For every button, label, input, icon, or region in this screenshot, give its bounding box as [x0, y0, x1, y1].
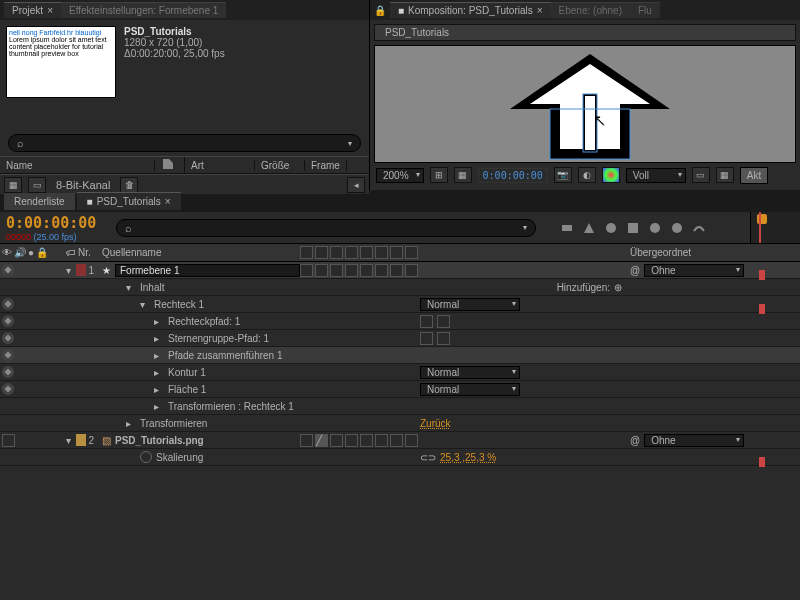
- delete-icon[interactable]: 🗑: [120, 177, 138, 193]
- constrain-icon[interactable]: ⊂⊃: [420, 452, 436, 463]
- scale-value[interactable]: 25,3 ,25,3 %: [440, 452, 496, 463]
- project-panel: Projekt× Effekteinstellungen: Formebene …: [0, 0, 370, 190]
- color-mgmt-icon[interactable]: [602, 167, 620, 183]
- visibility-toggle[interactable]: [2, 349, 14, 361]
- property-row[interactable]: ▸Transformieren Zurück: [0, 415, 800, 432]
- svg-point-10: [672, 223, 682, 233]
- region-icon[interactable]: ▭: [692, 167, 710, 183]
- timeline-search[interactable]: ⌕ ▾: [116, 219, 536, 237]
- visibility-toggle[interactable]: [2, 264, 14, 276]
- project-panel-header: Projekt× Effekteinstellungen: Formebene …: [0, 0, 369, 20]
- graph-editor-icon[interactable]: [692, 221, 706, 235]
- timeline-panel: Renderliste ■PSD_Tutorials× 0:00:00:00 0…: [0, 190, 800, 600]
- comp-sub-tab[interactable]: PSD_Tutorials: [374, 24, 796, 41]
- search-icon: ⌕: [17, 137, 24, 149]
- resolution-dropdown[interactable]: Voll: [626, 168, 686, 183]
- bit-depth-button[interactable]: 8-Bit-Kanal: [52, 179, 114, 191]
- visibility-toggle[interactable]: [2, 298, 14, 310]
- tab-composition[interactable]: ■Komposition: PSD_Tutorials×: [390, 2, 551, 18]
- close-icon[interactable]: ×: [537, 5, 543, 16]
- pickwhip-icon[interactable]: @: [630, 265, 640, 276]
- blend-mode-dropdown[interactable]: Normal: [420, 383, 520, 396]
- project-item-name: PSD_Tutorials: [124, 26, 225, 37]
- parent-dropdown[interactable]: Ohne: [644, 264, 744, 277]
- frame-blend-icon[interactable]: [626, 221, 640, 235]
- tab-timeline-comp[interactable]: ■PSD_Tutorials×: [77, 192, 181, 210]
- property-row[interactable]: ▸Fläche 1 Normal: [0, 381, 800, 398]
- composition-viewport[interactable]: ↖: [374, 45, 796, 163]
- prev-frame-icon[interactable]: ◂: [347, 177, 365, 193]
- twirl-icon[interactable]: ▸: [154, 350, 164, 361]
- new-folder-icon[interactable]: ▭: [28, 177, 46, 193]
- visibility-toggle[interactable]: [2, 315, 14, 327]
- motion-blur-icon[interactable]: [648, 221, 662, 235]
- twirl-icon[interactable]: ▸: [154, 316, 164, 327]
- interpret-footage-icon[interactable]: ▦: [4, 177, 22, 193]
- lock-icon[interactable]: 🔒: [374, 5, 386, 16]
- viewport-controls: 200% ⊞ ▦ 0:00:00:00 📷 ◐ Voll ▭ ▦ Akt: [370, 163, 800, 187]
- visibility-toggle[interactable]: [2, 383, 14, 395]
- zoom-dropdown[interactable]: 200%: [376, 168, 424, 183]
- close-icon[interactable]: ×: [165, 196, 171, 207]
- property-row[interactable]: Skalierung ⊂⊃ 25,3 ,25,3 %: [0, 449, 800, 466]
- snapshot-icon[interactable]: 📷: [554, 167, 572, 183]
- project-resolution: 1280 x 720 (1,00): [124, 37, 225, 48]
- grid-icon[interactable]: ⊞: [430, 167, 448, 183]
- shy-icon[interactable]: [604, 221, 618, 235]
- close-icon[interactable]: ×: [47, 5, 53, 16]
- tab-effect-controls[interactable]: Effekteinstellungen: Formebene 1: [61, 2, 226, 18]
- property-row[interactable]: ▾Rechteck 1 Normal: [0, 296, 800, 313]
- layer-row[interactable]: ▾2 ▧PSD_Tutorials.png ╱ @Ohne: [0, 432, 800, 449]
- draft3d-icon[interactable]: [582, 221, 596, 235]
- visibility-toggle[interactable]: [2, 366, 14, 378]
- tab-project[interactable]: Projekt×: [4, 2, 61, 18]
- channels-icon[interactable]: ◐: [578, 167, 596, 183]
- parent-dropdown[interactable]: Ohne: [644, 434, 744, 447]
- twirl-icon[interactable]: ▾: [66, 435, 74, 446]
- layer-name-input[interactable]: [115, 264, 300, 277]
- blend-mode-dropdown[interactable]: Normal: [420, 366, 520, 379]
- property-row[interactable]: ▾Inhalt Hinzufügen: ⊕: [0, 279, 800, 296]
- project-thumbnail[interactable]: nell nong Farbfeld.hr blauutigi Lorem ip…: [6, 26, 116, 98]
- timeline-current-time[interactable]: 0:00:00:00 00000 (25.00 fps): [0, 212, 100, 243]
- time-ruler[interactable]: [750, 212, 800, 243]
- svg-point-7: [606, 223, 616, 233]
- twirl-icon[interactable]: ▾: [66, 265, 74, 276]
- mask-icon[interactable]: ▦: [454, 167, 472, 183]
- layer-row[interactable]: ▾1 ★ @Ohne: [0, 262, 800, 279]
- search-icon: ⌕: [125, 222, 132, 234]
- twirl-icon[interactable]: ▸: [154, 401, 164, 412]
- search-input[interactable]: [136, 222, 519, 233]
- twirl-icon[interactable]: ▾: [126, 282, 136, 293]
- property-row[interactable]: ▸Kontur 1 Normal: [0, 364, 800, 381]
- twirl-icon[interactable]: ▸: [126, 418, 136, 429]
- brainstorm-icon[interactable]: [670, 221, 684, 235]
- property-row[interactable]: ▸Pfade zusammenführen 1: [0, 347, 800, 364]
- property-row[interactable]: ▸Rechteckpfad: 1: [0, 313, 800, 330]
- property-row[interactable]: ▸Sternengruppe-Pfad: 1: [0, 330, 800, 347]
- svg-point-9: [650, 223, 660, 233]
- tab-layer[interactable]: Ebene: (ohne): [551, 2, 630, 18]
- comp-mini-flowchart-icon[interactable]: [560, 221, 574, 235]
- visibility-toggle[interactable]: [2, 332, 14, 344]
- composition-panel: 🔒 ■Komposition: PSD_Tutorials× Ebene: (o…: [370, 0, 800, 190]
- twirl-icon[interactable]: ▸: [154, 384, 164, 395]
- twirl-icon[interactable]: ▾: [140, 299, 150, 310]
- pickwhip-icon[interactable]: @: [630, 435, 640, 446]
- stopwatch-icon[interactable]: [140, 451, 152, 463]
- blend-mode-dropdown[interactable]: Normal: [420, 298, 520, 311]
- active-camera-button[interactable]: Akt: [740, 167, 768, 184]
- search-input[interactable]: [28, 138, 344, 149]
- add-shape-icon[interactable]: ⊕: [614, 282, 622, 293]
- label-icon: [161, 157, 175, 171]
- current-time[interactable]: 0:00:00:00: [478, 168, 548, 183]
- tab-render-queue[interactable]: Renderliste: [4, 193, 75, 210]
- property-row[interactable]: ▸Transformieren : Rechteck 1: [0, 398, 800, 415]
- transparency-icon[interactable]: ▦: [716, 167, 734, 183]
- reset-link[interactable]: Zurück: [420, 418, 451, 429]
- project-search[interactable]: ⌕ ▾: [8, 134, 361, 152]
- svg-rect-6: [562, 225, 572, 231]
- twirl-icon[interactable]: ▸: [154, 333, 164, 344]
- twirl-icon[interactable]: ▸: [154, 367, 164, 378]
- tab-flowchart[interactable]: Flu: [630, 2, 660, 18]
